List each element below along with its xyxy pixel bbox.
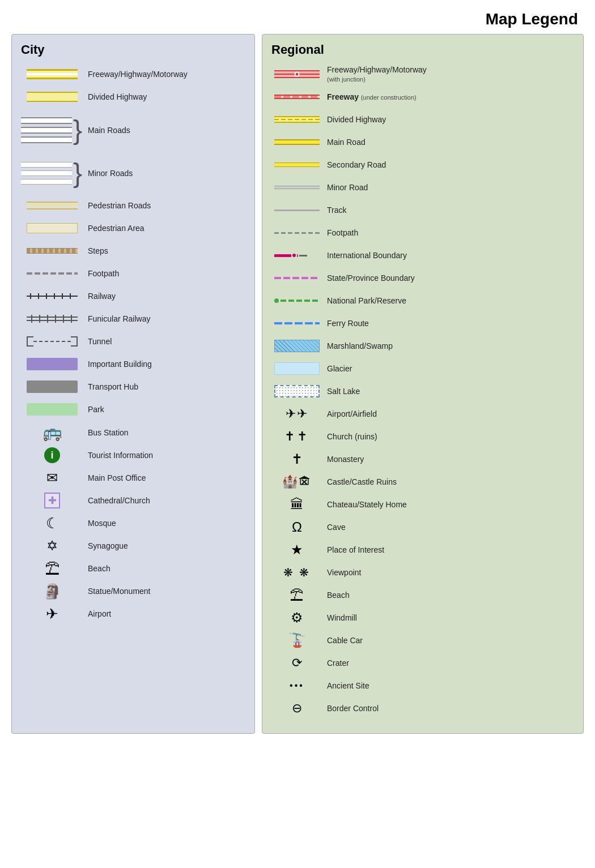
reg-viewpoint-symbol: ❋ ❋	[271, 566, 322, 579]
list-item: Freeway (under construction)	[271, 88, 574, 106]
reg-state-boundary-symbol	[271, 277, 322, 279]
reg-castle-label: Castle/Castle Ruins	[322, 477, 574, 486]
reg-windmill-symbol: ⚙	[271, 610, 322, 626]
list-item: ★ Place of Interest	[271, 541, 574, 559]
park-symbol	[21, 403, 83, 416]
list-item: Divided Highway	[271, 110, 574, 129]
list-item: } Main Roads	[21, 110, 245, 150]
reg-track-label: Track	[322, 206, 574, 215]
ancient-dots-icon: •••	[290, 681, 304, 691]
beach-reg-icon: ⛱	[290, 587, 304, 603]
reg-track-symbol	[271, 209, 322, 211]
list-item: ⚙ Windmill	[271, 609, 574, 627]
reg-minor-label: Minor Road	[322, 183, 574, 192]
list-item: Tunnel	[21, 332, 245, 350]
cablecar-icon: 🚡	[288, 632, 305, 648]
list-item: Marshland/Swamp	[271, 337, 574, 355]
synagogue-label: Synagogue	[83, 541, 245, 550]
statue-symbol: 🗿	[21, 583, 83, 600]
reg-chateau-symbol: 🏛	[271, 497, 322, 512]
list-item: ✉ Main Post Office	[21, 469, 245, 487]
footpath-symbol	[21, 272, 83, 275]
monastery-icon: ✝	[291, 451, 303, 467]
airport-city-symbol: ✈	[21, 605, 83, 623]
reg-crater-symbol: ⟳	[271, 656, 322, 670]
reg-airport-label: Airport/Airfield	[322, 409, 574, 418]
reg-castle-symbol: 🏰🏚	[271, 474, 322, 489]
crescent-icon: ☾	[46, 515, 59, 532]
reg-ancient-label: Ancient Site	[322, 681, 574, 690]
reg-national-park-label: National Park/Reserve	[322, 296, 574, 305]
list-item: Footpath	[21, 264, 245, 283]
ped-roads-symbol	[21, 202, 83, 209]
reg-chateau-label: Chateau/Stately Home	[322, 500, 574, 509]
reg-windmill-label: Windmill	[322, 613, 574, 622]
envelope-icon: ✉	[46, 470, 58, 486]
reg-freeway-label: Freeway/Highway/Motorway(with junction)	[322, 65, 574, 83]
star-icon: ★	[291, 542, 303, 558]
reg-marshland-symbol	[271, 340, 322, 352]
list-item: State/Province Boundary	[271, 269, 574, 287]
reg-border-symbol: ⊖	[271, 701, 322, 716]
funicular-symbol	[21, 315, 83, 323]
reg-ferry-symbol	[271, 322, 322, 324]
mosque-label: Mosque	[83, 519, 245, 528]
list-item: ✝✝ Church (ruins)	[271, 427, 574, 446]
list-item: Freeway/Highway/Motorway(with junction)	[271, 65, 574, 83]
info-icon: i	[44, 447, 60, 463]
main-roads-label: Main Roads	[83, 126, 245, 135]
reg-freeway-construction-symbol	[271, 95, 322, 99]
reg-divided-label: Divided Highway	[322, 115, 574, 124]
reg-secondary-symbol	[271, 163, 322, 167]
cave-icon: Ω	[292, 519, 302, 535]
important-building-symbol	[21, 358, 83, 370]
chateau-icon: 🏛	[290, 497, 304, 512]
transport-hub-symbol	[21, 380, 83, 393]
ped-area-label: Pedestrian Area	[83, 224, 245, 233]
reg-footpath-label: Footpath	[322, 228, 574, 237]
viewpoint-icon: ❋ ❋	[283, 566, 311, 579]
reg-viewpoint-label: Viewpoint	[322, 568, 574, 577]
minor-roads-label: Minor Roads	[83, 169, 245, 178]
reg-border-label: Border Control	[322, 704, 574, 713]
mosque-symbol: ☾	[21, 515, 83, 532]
list-item: ⟳ Crater	[271, 654, 574, 672]
list-item: 🚡 Cable Car	[271, 631, 574, 649]
bus-station-label: Bus Station	[83, 428, 245, 437]
city-heading: City	[21, 42, 245, 57]
reg-beach-label: Beach	[322, 591, 574, 600]
reg-marshland-label: Marshland/Swamp	[322, 341, 574, 350]
airplane-circle-icon: ✈	[46, 605, 58, 623]
list-item: Footpath	[271, 224, 574, 242]
reg-cave-symbol: Ω	[271, 519, 322, 535]
post-office-label: Main Post Office	[83, 473, 245, 482]
list-item: ✈✈ Airport/Airfield	[271, 405, 574, 423]
reg-cablecar-label: Cable Car	[322, 636, 574, 645]
cross-icon: ✚	[44, 493, 60, 508]
reg-ferry-label: Ferry Route	[322, 319, 574, 328]
reg-cave-label: Cave	[322, 523, 574, 532]
important-building-label: Important Building	[83, 360, 245, 369]
list-item: Important Building	[21, 355, 245, 373]
list-item: 🗿 Statue/Monument	[21, 582, 245, 600]
list-item: ✡ Synagogue	[21, 537, 245, 555]
list-item: Park	[21, 400, 245, 418]
reg-church-symbol: ✝✝	[271, 429, 322, 444]
reg-ancient-symbol: •••	[271, 681, 322, 691]
list-item: Minor Road	[271, 178, 574, 196]
footpath-label: Footpath	[83, 269, 245, 278]
list-item: Divided Highway	[21, 88, 245, 106]
list-item: i Tourist Information	[21, 446, 245, 464]
list-item: Pedestrian Area	[21, 219, 245, 237]
reg-glacier-label: Glacier	[322, 364, 574, 373]
list-item: ✚ Cathedral/Church	[21, 491, 245, 510]
reg-salt-lake-label: Salt Lake	[322, 387, 574, 396]
bus-icon: 🚌	[42, 423, 62, 442]
divided-symbol	[21, 92, 83, 102]
ped-roads-label: Pedestrian Roads	[83, 201, 245, 210]
airplane-icon: ✈✈	[286, 407, 308, 421]
tunnel-label: Tunnel	[83, 337, 245, 346]
reg-freeway-construction-label: Freeway (under construction)	[322, 92, 574, 101]
list-item: ✈ Airport	[21, 605, 245, 623]
divided-label: Divided Highway	[83, 92, 245, 101]
